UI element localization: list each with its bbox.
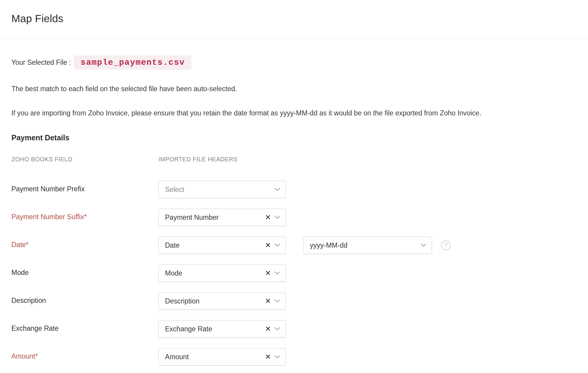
section-title-payment-details: Payment Details bbox=[11, 133, 577, 142]
row-date: Date* Date ✕ yyyy-MM-dd ? bbox=[11, 237, 577, 254]
selected-file-name: sample_payments.csv bbox=[74, 55, 192, 70]
row-payment-number-prefix: Payment Number Prefix Select bbox=[11, 181, 577, 198]
clear-x-icon[interactable]: ✕ bbox=[265, 325, 271, 333]
field-label: Description bbox=[11, 292, 158, 305]
payment-number-suffix-dropdown[interactable]: Payment Number ✕ bbox=[158, 209, 286, 226]
amount-dropdown[interactable]: Amount ✕ bbox=[158, 348, 286, 366]
field-mapping-rows: Payment Number Prefix Select Payment Num… bbox=[11, 181, 577, 366]
clear-x-icon[interactable]: ✕ bbox=[265, 353, 271, 360]
mode-dropdown[interactable]: Mode ✕ bbox=[158, 264, 286, 282]
dropdown-value: Payment Number bbox=[165, 213, 265, 222]
row-exchange-rate: Exchange Rate Exchange Rate ✕ bbox=[11, 320, 577, 338]
row-description: Description Description ✕ bbox=[11, 292, 577, 310]
row-mode: Mode Mode ✕ bbox=[11, 264, 577, 282]
field-label: Payment Number Suffix* bbox=[11, 209, 158, 221]
dropdown-value: yyyy-MM-dd bbox=[310, 241, 421, 249]
chevron-down-icon bbox=[274, 216, 280, 219]
note-auto-selected: The best match to each field on the sele… bbox=[11, 85, 577, 93]
payment-number-prefix-dropdown[interactable]: Select bbox=[158, 181, 286, 198]
chevron-down-icon bbox=[274, 271, 280, 275]
selected-file-label: Your Selected File : bbox=[11, 58, 71, 67]
clear-x-icon[interactable]: ✕ bbox=[265, 242, 271, 249]
row-payment-number-suffix: Payment Number Suffix* Payment Number ✕ bbox=[11, 209, 577, 226]
dropdown-placeholder: Select bbox=[165, 186, 274, 194]
date-format-dropdown[interactable]: yyyy-MM-dd bbox=[303, 237, 432, 254]
map-fields-content: Your Selected File : sample_payments.csv… bbox=[0, 55, 588, 366]
dropdown-value: Amount bbox=[165, 353, 265, 361]
help-icon[interactable]: ? bbox=[441, 240, 451, 250]
date-dropdown[interactable]: Date ✕ bbox=[158, 237, 286, 254]
field-label: Mode bbox=[11, 264, 158, 277]
field-label: Amount* bbox=[11, 348, 158, 360]
field-label: Date* bbox=[11, 237, 158, 249]
exchange-rate-dropdown[interactable]: Exchange Rate ✕ bbox=[158, 320, 286, 338]
dropdown-value: Exchange Rate bbox=[165, 325, 265, 333]
dropdown-value: Mode bbox=[165, 269, 265, 277]
dropdown-value: Description bbox=[165, 297, 265, 305]
dropdown-value: Date bbox=[165, 241, 265, 249]
selected-file-line: Your Selected File : sample_payments.csv bbox=[11, 55, 577, 70]
chevron-down-icon bbox=[421, 243, 426, 247]
chevron-down-icon bbox=[274, 299, 280, 303]
field-label: Payment Number Prefix bbox=[11, 181, 158, 193]
chevron-down-icon bbox=[274, 355, 280, 359]
page-title: Map Fields bbox=[11, 12, 577, 25]
clear-x-icon[interactable]: ✕ bbox=[265, 270, 271, 277]
note-date-format: If you are importing from Zoho Invoice, … bbox=[11, 109, 577, 117]
column-header-zoho-books-field: ZOHO BOOKS FIELD bbox=[11, 156, 158, 163]
clear-x-icon[interactable]: ✕ bbox=[265, 214, 271, 221]
chevron-down-icon bbox=[274, 188, 280, 191]
chevron-down-icon bbox=[274, 327, 280, 331]
chevron-down-icon bbox=[274, 243, 280, 247]
row-amount: Amount* Amount ✕ bbox=[11, 348, 577, 366]
page-header: Map Fields bbox=[0, 0, 588, 38]
field-label: Exchange Rate bbox=[11, 320, 158, 333]
column-header-imported-file-headers: IMPORTED FILE HEADERS bbox=[158, 156, 238, 163]
column-headers: ZOHO BOOKS FIELD IMPORTED FILE HEADERS bbox=[11, 156, 577, 163]
description-dropdown[interactable]: Description ✕ bbox=[158, 292, 286, 310]
clear-x-icon[interactable]: ✕ bbox=[265, 297, 271, 305]
